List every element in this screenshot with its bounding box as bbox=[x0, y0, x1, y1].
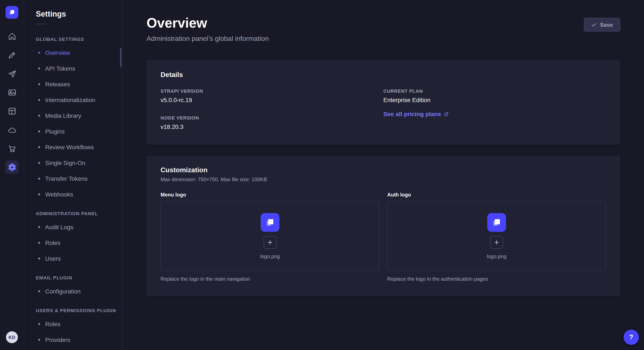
strapi-version-field: STRAPI VERSION v5.0.0-rc.19 bbox=[160, 88, 383, 104]
global-settings-list: Overview API Tokens Releases Internation… bbox=[36, 45, 122, 202]
sidebar-item-api-tokens[interactable]: API Tokens bbox=[36, 60, 122, 76]
releases-icon[interactable] bbox=[5, 67, 19, 80]
menu-logo-filename: logo.png bbox=[260, 253, 280, 259]
sidebar-item-audit-logs[interactable]: Audit Logs bbox=[36, 219, 122, 235]
auth-logo-dropzone[interactable]: logo.png bbox=[387, 201, 606, 271]
menu-logo-input: Menu logo logo bbox=[160, 192, 380, 282]
sidebar-item-up-roles[interactable]: Roles bbox=[36, 316, 122, 332]
node-version-value: v18.20.3 bbox=[160, 123, 383, 131]
settings-icon[interactable] bbox=[5, 160, 19, 174]
logos-row: Menu logo logo bbox=[160, 192, 606, 282]
strapi-version-value: v5.0.0-rc.19 bbox=[160, 96, 383, 104]
sidebar-title-divider bbox=[36, 24, 46, 24]
menu-logo-add-button[interactable] bbox=[264, 236, 276, 249]
auth-logo-hint: Replace the logo in the authentication p… bbox=[387, 276, 606, 282]
auth-logo-filename: logo.png bbox=[487, 253, 506, 259]
current-plan-value: Enterprise Edition bbox=[383, 96, 606, 104]
media-library-icon[interactable] bbox=[5, 85, 19, 99]
details-grid: STRAPI VERSION v5.0.0-rc.19 NODE VERSION… bbox=[160, 88, 606, 131]
main-nav-rail: KD bbox=[0, 0, 24, 350]
sidebar-item-releases[interactable]: Releases bbox=[36, 76, 122, 92]
help-button[interactable]: ? bbox=[624, 330, 639, 345]
sidebar-item-email-configuration[interactable]: Configuration bbox=[36, 283, 122, 299]
details-right-column: CURRENT PLAN Enterprise Edition See all … bbox=[383, 88, 606, 131]
sidebar-item-overview[interactable]: Overview bbox=[36, 45, 122, 60]
section-label-users-permissions-plugin: USERS & PERMISSIONS PLUGIN bbox=[36, 308, 122, 313]
sidebar-item-plugins[interactable]: Plugins bbox=[36, 123, 122, 139]
sidebar-item-admin-roles[interactable]: Roles bbox=[36, 235, 122, 250]
plus-icon bbox=[267, 239, 273, 245]
section-label-global-settings: GLOBAL SETTINGS bbox=[36, 36, 122, 42]
pricing-plans-link-label: See all pricing plans bbox=[383, 111, 441, 117]
strapi-logo[interactable] bbox=[6, 6, 18, 19]
page-header-titles: Overview Administration panel’s global i… bbox=[146, 15, 269, 42]
sidebar-item-review-workflows[interactable]: Review Workflows bbox=[36, 139, 122, 155]
check-icon bbox=[591, 22, 596, 27]
page-title: Overview bbox=[146, 15, 269, 31]
main-content: Overview Administration panel’s global i… bbox=[123, 0, 644, 350]
pricing-plans-link[interactable]: See all pricing plans bbox=[383, 111, 449, 117]
section-label-email-plugin: EMAIL PLUGIN bbox=[36, 275, 122, 281]
strapi-version-label: STRAPI VERSION bbox=[160, 88, 383, 94]
content-type-builder-icon[interactable] bbox=[5, 48, 19, 62]
sidebar-item-admin-users[interactable]: Users bbox=[36, 250, 122, 266]
current-plan-label: CURRENT PLAN bbox=[383, 88, 606, 94]
auth-logo-add-button[interactable] bbox=[490, 236, 503, 249]
rail-nav-items bbox=[5, 29, 19, 174]
customization-card-title: Customization bbox=[160, 166, 606, 174]
customization-card-subtitle: Max dimension: 750×750, Max file size: 1… bbox=[160, 176, 606, 182]
plus-icon bbox=[494, 239, 500, 245]
user-avatar[interactable]: KD bbox=[6, 331, 18, 343]
menu-logo-label: Menu logo bbox=[160, 192, 380, 198]
external-link-icon bbox=[444, 111, 449, 117]
details-left-column: STRAPI VERSION v5.0.0-rc.19 NODE VERSION… bbox=[160, 88, 383, 131]
cloud-icon[interactable] bbox=[5, 123, 19, 137]
content-manager-icon[interactable] bbox=[5, 104, 19, 118]
app-window: KD Settings GLOBAL SETTINGS Overview API… bbox=[0, 0, 644, 350]
sidebar-item-up-providers[interactable]: Providers bbox=[36, 332, 122, 348]
marketplace-icon[interactable] bbox=[5, 142, 19, 155]
save-button-label: Save bbox=[600, 21, 613, 28]
page-header: Overview Administration panel’s global i… bbox=[146, 15, 620, 42]
auth-logo-input: Auth logo logo bbox=[387, 192, 606, 282]
node-version-label: NODE VERSION bbox=[160, 115, 383, 121]
users-permissions-list: Roles Providers bbox=[36, 316, 122, 348]
page-subtitle: Administration panel’s global informatio… bbox=[146, 35, 269, 42]
sidebar-scrollbar-thumb[interactable] bbox=[120, 48, 122, 67]
auth-logo-label: Auth logo bbox=[387, 192, 606, 198]
sidebar-title: Settings bbox=[36, 9, 122, 19]
menu-logo-dropzone[interactable]: logo.png bbox=[160, 201, 380, 271]
details-card: Details STRAPI VERSION v5.0.0-rc.19 NODE… bbox=[146, 60, 620, 145]
administration-panel-list: Audit Logs Roles Users bbox=[36, 219, 122, 266]
sidebar-item-webhooks[interactable]: Webhooks bbox=[36, 186, 122, 202]
strapi-mark-icon bbox=[264, 217, 276, 228]
node-version-field: NODE VERSION v18.20.3 bbox=[160, 115, 383, 131]
settings-sidebar: Settings GLOBAL SETTINGS Overview API To… bbox=[24, 0, 123, 350]
email-plugin-list: Configuration bbox=[36, 283, 122, 299]
auth-logo-preview bbox=[487, 213, 506, 232]
strapi-mark-icon bbox=[8, 8, 16, 16]
customization-card: Customization Max dimension: 750×750, Ma… bbox=[146, 156, 620, 296]
sidebar-item-transfer-tokens[interactable]: Transfer Tokens bbox=[36, 171, 122, 186]
section-label-administration-panel: ADMINISTRATION PANEL bbox=[36, 210, 122, 216]
home-icon[interactable] bbox=[5, 29, 19, 43]
sidebar-item-media-library[interactable]: Media Library bbox=[36, 108, 122, 123]
details-card-title: Details bbox=[160, 71, 606, 79]
sidebar-item-single-sign-on[interactable]: Single Sign-On bbox=[36, 155, 122, 171]
menu-logo-preview bbox=[261, 213, 280, 232]
strapi-mark-icon bbox=[491, 217, 502, 228]
menu-logo-hint: Replace the logo in the main navigation bbox=[160, 276, 380, 282]
save-button[interactable]: Save bbox=[584, 18, 620, 31]
sidebar-item-internationalization[interactable]: Internationalization bbox=[36, 92, 122, 108]
current-plan-field: CURRENT PLAN Enterprise Edition bbox=[383, 88, 606, 104]
